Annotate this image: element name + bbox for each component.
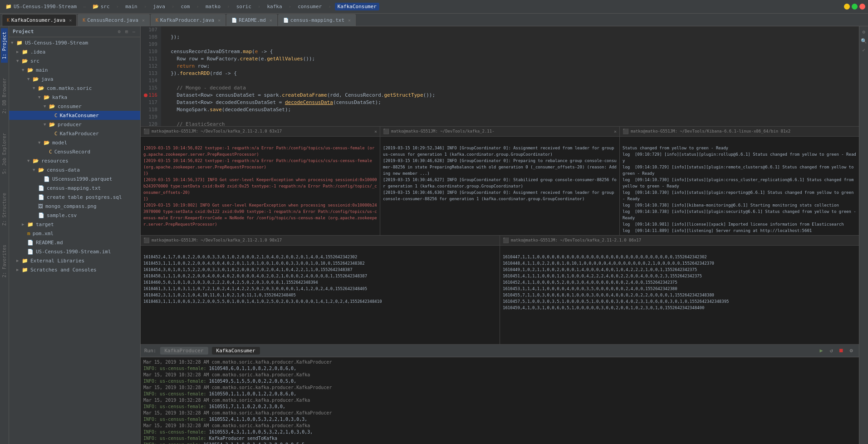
tree-item-resources[interactable]: ▼ 📂 resources: [9, 156, 140, 165]
consumer-path[interactable]: consumer: [295, 3, 324, 10]
close-btn[interactable]: [859, 4, 865, 10]
tree-item-main[interactable]: ▼ 📂 main: [9, 65, 140, 74]
tree-item-kafka[interactable]: ▼ 📂 kafka: [9, 93, 140, 102]
main-label: main: [125, 4, 137, 10]
tree-item-readme[interactable]: 📄 README.md: [9, 238, 140, 247]
kp-icon: C: [54, 131, 58, 137]
tree-item-censusrecord[interactable]: C CensusRecord: [9, 147, 140, 156]
tree-item-sql[interactable]: 📄 create table postgres.sql: [9, 192, 140, 202]
tab-close-1[interactable]: ✕: [142, 18, 145, 23]
tree-item-pom[interactable]: m pom.xml: [9, 229, 140, 238]
root-arrow: ▼: [11, 40, 15, 45]
job-explorer-tab[interactable]: 5: Job Explorer: [1, 129, 8, 178]
matko-path[interactable]: matko: [203, 3, 223, 10]
run-stop-btn[interactable]: ⏹: [837, 346, 845, 355]
right-icon-3[interactable]: ✓: [860, 46, 868, 54]
src-path[interactable]: 📂 src: [90, 3, 113, 10]
tree-item-src[interactable]: ▼ 📂 src: [9, 56, 140, 65]
line-numbers: 107 108 109 110 111 112 113 114 115 116 …: [141, 26, 161, 126]
project-path-item[interactable]: 📁 US-Census-1990-Stream: [3, 3, 79, 10]
tree-item-model[interactable]: ▼ 📂 model: [9, 138, 140, 147]
cm-label-tree: census-mapping.txt: [47, 185, 101, 191]
tree-item-png[interactable]: 🖼 mongo_compass.png: [9, 202, 140, 211]
tab-censusmapping[interactable]: 📄 census-mapping.txt ✕: [278, 14, 356, 26]
minimize-btn[interactable]: [844, 4, 850, 10]
tree-item-com[interactable]: ▼ 📂 com.matko.soric: [9, 84, 140, 93]
terminal-pane2-controls: ✕: [614, 129, 617, 134]
main-label-tree: main: [36, 67, 48, 73]
run-label: Run:: [144, 348, 157, 354]
tree-item-kafkaconsumer[interactable]: C KafkaConsumer: [9, 111, 140, 120]
favorites-tab[interactable]: 2: Favorites: [1, 241, 8, 281]
tree-item-target[interactable]: ▶ 📁 target: [9, 220, 140, 229]
tree-item-csv[interactable]: 📄 sample.csv: [9, 211, 140, 220]
kafka-path[interactable]: kafka: [264, 3, 284, 10]
terminal-pane3-title: matko@matko-G551JM: ~/DevTools/Kibana-6.…: [631, 129, 790, 133]
editor-area: 107 108 109 110 111 112 113 114 115 116 …: [141, 26, 859, 444]
restore-btn[interactable]: [852, 4, 858, 10]
terminal-pane3-content[interactable]: Status changed from yellow to green - Re…: [620, 137, 859, 235]
tree-item-extlibs[interactable]: ▶ 📁 External Libraries: [9, 256, 140, 265]
producer-arrow: ▼: [44, 122, 48, 127]
log-output[interactable]: Mar 15, 2019 10:32:28 AM com.matko.soric…: [141, 357, 859, 444]
tree-item-censusmapping[interactable]: 📄 census-mapping.txt: [9, 183, 140, 192]
run-tab-kafkaconsumer[interactable]: KafkaConsumer: [212, 347, 260, 355]
tree-item-censusdata[interactable]: ▼ 📂 census-data: [9, 165, 140, 174]
terminal-pane1-close[interactable]: ✕: [374, 129, 377, 134]
terminal-pane2-close[interactable]: ✕: [614, 129, 617, 134]
res-arrow: ▼: [27, 158, 32, 163]
terminal-pane2-content[interactable]: [2019-03-15 10:29:52,346] INFO [GroupCoo…: [380, 137, 619, 235]
terminal-pane4-content[interactable]: 1610452,4,1,7,0,8,2,2,0,0,0,3,3,0,1,0,2,…: [141, 246, 500, 344]
tree-item-parquet[interactable]: 📄 UScensus1990.parquet: [9, 174, 140, 183]
run-tab-kafkaproducer[interactable]: KafkaProducer: [160, 347, 208, 355]
tree-item-kafkaproducer[interactable]: C KafkaProducer: [9, 129, 140, 138]
project-tab[interactable]: 1: Project: [1, 28, 8, 63]
tree-item-iml[interactable]: 📄 US-Census-1990-Stream.iml: [9, 247, 140, 256]
run-restart-btn[interactable]: ↺: [827, 346, 835, 355]
sidebar-expand-btn[interactable]: ⊞: [124, 29, 129, 35]
cr-label: CensusRecord: [54, 149, 90, 155]
tree-item-producer[interactable]: ▼ 📂 producer: [9, 120, 140, 129]
run-play-btn[interactable]: ▶: [817, 346, 825, 355]
folder-icon: 📂: [93, 4, 99, 10]
tab-close-4[interactable]: ✕: [348, 18, 351, 23]
terminal-pane1-content[interactable]: [2019-03-15 10:14:56,022 txntype:-1 reqp…: [141, 137, 380, 235]
classname-path[interactable]: KafkaConsumer: [335, 3, 379, 10]
tree-item-idea[interactable]: ▶ 📁 .idea: [9, 47, 140, 56]
tab-kafkaproducer[interactable]: K KafkaProducer.java ✕: [151, 14, 226, 26]
tab-label-1: CensusRecord.java: [87, 17, 138, 23]
sidebar-collapse-btn[interactable]: —: [131, 29, 137, 35]
right-icon-1[interactable]: ⚙: [860, 28, 868, 35]
csv-label: sample.csv: [47, 212, 77, 218]
z-structure-tab[interactable]: Z: Structure: [1, 189, 8, 229]
java-path[interactable]: java: [150, 3, 168, 10]
right-icon-2[interactable]: 🔍: [860, 37, 868, 44]
run-settings-btn[interactable]: ⚙: [847, 346, 855, 355]
tree-item-scratches[interactable]: ▶ 📁 Scratches and Consoles: [9, 265, 140, 274]
com-arrow: ▼: [33, 86, 37, 90]
tree-item-java[interactable]: ▼ 📂 java: [9, 74, 140, 84]
tab-censusrecord[interactable]: K CensusRecord.java ✕: [78, 14, 150, 26]
tab-readme[interactable]: 📄 README.md ✕: [226, 14, 277, 26]
root-label: US-Census-1990-Stream: [25, 40, 88, 46]
code-editor[interactable]: }); censusRecordJavaDStream.map(e -> { R…: [161, 26, 859, 126]
terminal-pane5-content[interactable]: 1610447,1,1,1,0,0,0,0,0,0,0,0,0,0,0,0,0,…: [500, 246, 859, 344]
java-label-tree: java: [41, 76, 54, 82]
db-browser-tab[interactable]: 2: DB Browser: [1, 74, 8, 117]
tab-close-0[interactable]: ✕: [69, 18, 72, 23]
outer-layout: 1: Project 2: DB Browser 5: Job Explorer…: [0, 26, 868, 444]
tab-close-3[interactable]: ✕: [270, 18, 272, 23]
log-line-4: Mar 15, 2019 10:32:28 AM com.matko.soric…: [143, 385, 856, 391]
tree-root[interactable]: ▼ 📁 US-Census-1990-Stream: [9, 38, 140, 47]
project-name: US-Census-1990-Stream: [14, 4, 77, 10]
log-line-12: INFO: us-census-female: KafkaProducer se…: [143, 435, 856, 442]
terminal-pane1-title: matko@matko-G551JM: ~/DevTools/kafka_2.1…: [152, 129, 282, 133]
com-path[interactable]: com: [178, 3, 192, 10]
main-path[interactable]: main: [123, 3, 140, 10]
target-icon: 📁: [27, 222, 34, 227]
tree-item-consumer[interactable]: ▼ 📂 consumer: [9, 102, 140, 111]
sidebar-settings-btn[interactable]: ⚙: [117, 29, 122, 35]
tab-close-2[interactable]: ✕: [218, 18, 221, 23]
soric-path[interactable]: soric: [234, 3, 254, 10]
tab-kafkaconsumer[interactable]: K KafkaConsumer.java ✕: [2, 14, 77, 26]
